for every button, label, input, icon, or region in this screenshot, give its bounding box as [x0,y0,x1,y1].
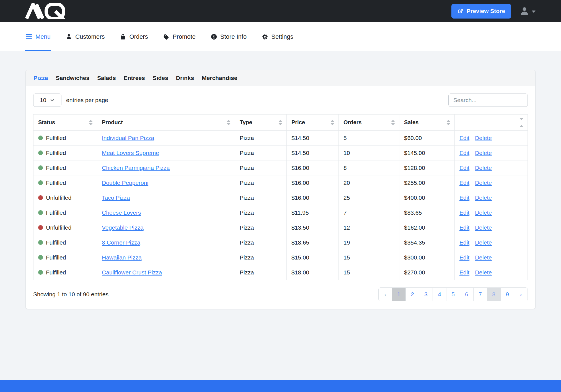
pagination-page-2[interactable]: 2 [405,287,419,301]
tab-merchandise[interactable]: Merchandise [202,75,237,81]
sales-cell: $60.00 [399,131,455,146]
delete-link[interactable]: Delete [475,239,492,246]
pagination-page-4[interactable]: 4 [433,287,446,301]
edit-link[interactable]: Edit [459,150,469,156]
sort-icon [278,120,282,125]
delete-link[interactable]: Delete [475,254,492,261]
product-link[interactable]: Individual Pan Pizza [102,135,154,141]
table-header-row: StatusProductTypePriceOrdersSales [33,115,528,131]
status-cell: Fulfilled [33,131,97,146]
user-menu[interactable] [519,6,536,16]
status-cell: Fulfilled [33,160,97,175]
gear-icon [262,33,268,40]
person-icon [66,33,72,40]
edit-link[interactable]: Edit [459,254,469,261]
tab-sides[interactable]: Sides [153,75,168,81]
page-size-select[interactable]: 10 [33,94,61,107]
pagination-page-9[interactable]: 9 [500,287,514,301]
search-input[interactable] [448,94,528,107]
price-cell: $18.00 [287,265,339,280]
edit-link[interactable]: Edit [459,180,469,186]
orders-cell: 19 [339,235,399,250]
entries-per-page-label: entries per page [66,97,108,103]
delete-link[interactable]: Delete [475,224,492,231]
product-link[interactable]: Cheese Lovers [102,209,141,216]
price-cell: $16.00 [287,175,339,190]
tab-salads[interactable]: Salads [97,75,116,81]
orders-cell: 15 [339,250,399,265]
tag-icon [163,33,170,40]
pagination-page-8[interactable]: 8 [487,287,501,301]
edit-link[interactable]: Edit [459,209,469,216]
delete-link[interactable]: Delete [475,269,492,276]
delete-link[interactable]: Delete [475,194,492,201]
actions-cell: EditDelete [455,190,528,205]
nav-item-settings[interactable]: Settings [262,22,293,51]
pagination-page-5[interactable]: 5 [446,287,460,301]
status-label: Fulfilled [46,254,66,261]
column-header-product[interactable]: Product [97,115,235,131]
product-link[interactable]: Vegetable Pizza [102,224,144,231]
price-cell: $13.50 [287,220,339,235]
column-header-actions[interactable] [455,115,528,131]
product-link[interactable]: Taco Pizza [102,194,130,201]
delete-link[interactable]: Delete [475,180,492,186]
nav-item-store-info[interactable]: Store Info [211,22,247,51]
nav-item-label: Store Info [220,33,247,40]
tab-drinks[interactable]: Drinks [176,75,194,81]
pagination-page-3[interactable]: 3 [419,287,433,301]
table-row: Unfulfilled Taco Pizza Pizza $16.00 25 $… [33,190,528,205]
column-header-orders[interactable]: Orders [339,115,399,131]
status-label: Unfulfilled [46,194,71,201]
edit-link[interactable]: Edit [459,224,469,231]
nav-item-promote[interactable]: Promote [163,22,196,51]
sales-cell: $83.65 [399,205,455,220]
sort-icon [519,118,523,127]
nav-item-orders[interactable]: Orders [120,22,148,51]
status-label: Unfulfilled [46,224,71,231]
pagination-page-1[interactable]: 1 [392,287,406,301]
nav-item-label: Customers [75,33,105,40]
column-header-sales[interactable]: Sales [399,115,455,131]
tab-entrees[interactable]: Entrees [124,75,145,81]
product-link[interactable]: Cauliflower Crust Pizza [102,269,162,276]
preview-store-button[interactable]: Preview Store [451,4,511,19]
orders-cell: 12 [339,220,399,235]
pagination-next-button[interactable]: › [514,287,528,301]
user-icon [519,6,529,16]
column-header-type[interactable]: Type [235,115,287,131]
delete-link[interactable]: Delete [475,165,492,171]
delete-link[interactable]: Delete [475,135,492,141]
product-link[interactable]: Chicken Parmigiana Pizza [102,165,170,171]
type-cell: Pizza [235,160,287,175]
delete-link[interactable]: Delete [475,150,492,156]
edit-link[interactable]: Edit [459,135,469,141]
edit-link[interactable]: Edit [459,239,469,246]
status-label: Fulfilled [46,150,66,156]
product-link[interactable]: Double Pepperoni [102,180,148,186]
product-link[interactable]: 8 Corner Pizza [102,239,140,246]
product-link[interactable]: Hawaiian Pizza [102,254,142,261]
brand-logo[interactable] [25,3,71,19]
column-header-status[interactable]: Status [33,115,97,131]
orders-cell: 8 [339,160,399,175]
product-link[interactable]: Meat Lovers Supreme [102,150,159,156]
column-header-price[interactable]: Price [287,115,339,131]
nav-item-menu[interactable]: Menu [25,22,51,51]
table-row: Fulfilled 8 Corner Pizza Pizza $18.65 19… [33,235,528,250]
edit-link[interactable]: Edit [459,194,469,201]
orders-cell: 15 [339,265,399,280]
status-label: Fulfilled [46,269,66,276]
aq-logo-icon [25,3,71,19]
pagination-prev-button[interactable]: ‹ [378,287,392,301]
pagination-page-7[interactable]: 7 [473,287,487,301]
delete-link[interactable]: Delete [475,209,492,216]
pagination-page-6[interactable]: 6 [460,287,474,301]
shopping-bag-icon [120,33,126,40]
nav-item-customers[interactable]: Customers [66,22,105,51]
edit-link[interactable]: Edit [459,269,469,276]
pagination: ‹123456789› [378,287,528,301]
tab-sandwiches[interactable]: Sandwiches [56,75,89,81]
edit-link[interactable]: Edit [459,165,469,171]
tab-pizza[interactable]: Pizza [33,75,48,81]
